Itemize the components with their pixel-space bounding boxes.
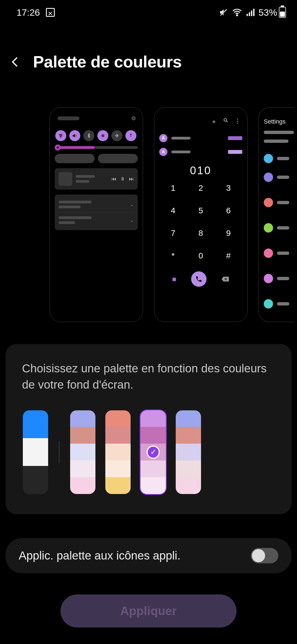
dialer-key: 8 (187, 228, 215, 238)
dialer-input: 010 (159, 164, 242, 177)
page-title: Palette de couleurs (33, 52, 182, 71)
avatar: A (159, 134, 167, 142)
check-icon: ✓ (147, 446, 160, 459)
svg-rect-4 (249, 12, 250, 16)
status-bar: 17:26 53% (0, 0, 297, 25)
palette-description: Choisissez une palette en fonction des c… (22, 361, 275, 393)
pause-icon: ⏸ (120, 176, 125, 182)
vertical-divider (59, 441, 59, 463)
vibrate-mute-icon (219, 8, 228, 17)
svg-line-11 (227, 121, 228, 122)
title-bar: Palette de couleurs (9, 52, 182, 71)
dialer-key: 2 (187, 183, 215, 193)
palette-panel: Choisissez une palette en fonction des c… (6, 344, 292, 514)
dialer-key: 6 (215, 206, 242, 215)
svg-point-9 (103, 135, 103, 136)
settings-list-item (264, 223, 289, 233)
next-icon: ⏭ (129, 176, 134, 182)
svg-point-7 (61, 137, 61, 137)
brightness-slider (55, 146, 138, 149)
wifi-icon (232, 7, 242, 17)
toggle-switch[interactable] (251, 548, 278, 563)
battery-indicator: 53% (258, 7, 286, 18)
svg-rect-5 (251, 10, 252, 16)
settings-list-item (264, 249, 289, 258)
apply-button[interactable]: Appliquer (61, 594, 237, 627)
preview-carousel[interactable]: ⚙ ✈ ⏮⏸⏭ ⌄ ⌄ ＋ (50, 107, 297, 328)
settings-title: Settings (264, 118, 289, 125)
prev-icon: ⏮ (111, 176, 116, 182)
video-call-icon: ■ (172, 275, 177, 283)
palette-swatch[interactable] (69, 410, 96, 495)
plus-icon: ＋ (211, 118, 217, 126)
settings-list-item (264, 173, 289, 182)
settings-list-item (264, 274, 289, 283)
palette-swatch[interactable] (22, 410, 49, 495)
chevron-down-icon: ⌄ (130, 217, 134, 223)
backspace-icon (221, 276, 229, 282)
battery-icon (279, 7, 286, 18)
dialer-key: # (215, 251, 242, 260)
chevron-down-icon: ⌄ (130, 201, 134, 208)
search-icon (223, 118, 229, 126)
dialer-key: 3 (215, 183, 242, 193)
back-icon[interactable] (9, 55, 22, 69)
dialer-key: 9 (215, 228, 242, 238)
palette-swatch[interactable] (175, 410, 202, 495)
preview-quick-panel: ⚙ ✈ ⏮⏸⏭ ⌄ ⌄ (50, 107, 143, 322)
location-toggle-icon (97, 130, 108, 141)
dialer-key: 0 (187, 251, 215, 260)
flashlight-toggle-icon (125, 130, 136, 141)
swatch-row: ✓ (22, 410, 275, 495)
bluetooth-toggle-icon (83, 130, 94, 141)
battery-percent: 53% (258, 7, 277, 18)
palette-swatch[interactable]: ✓ (140, 410, 167, 495)
gear-icon: ⚙ (131, 116, 136, 121)
call-button-icon (191, 271, 207, 287)
screenshot-indicator-icon (46, 8, 55, 17)
settings-list-item (264, 154, 289, 163)
svg-rect-3 (247, 14, 248, 16)
cell-signal-icon (246, 8, 255, 17)
apply-to-app-icons-row[interactable]: Applic. palette aux icônes appli. (6, 538, 292, 573)
preview-dialer: ＋ ⋮ A A 010 123456789*0# ■ (154, 107, 248, 322)
palette-swatch[interactable] (105, 410, 131, 495)
dialer-key: 7 (159, 228, 187, 238)
dialer-key: 1 (159, 183, 187, 193)
status-time: 17:26 (16, 7, 40, 18)
sound-toggle-icon (69, 130, 80, 141)
dialer-key: * (159, 251, 187, 260)
dialer-keypad: 123456789*0# (159, 183, 242, 260)
svg-point-10 (224, 118, 227, 121)
dialer-key: 4 (159, 206, 187, 215)
wifi-toggle-icon (55, 130, 66, 141)
media-widget: ⏮⏸⏭ (55, 168, 138, 190)
more-icon: ⋮ (235, 118, 241, 126)
svg-point-2 (237, 15, 238, 16)
svg-rect-6 (253, 9, 255, 16)
dialer-key: 5 (187, 206, 215, 215)
toggle-label: Applic. palette aux icônes appli. (19, 549, 180, 562)
settings-list-item (264, 299, 289, 309)
airplane-toggle-icon: ✈ (111, 130, 122, 141)
preview-settings: Settings (258, 107, 294, 322)
settings-list-item (264, 198, 289, 207)
avatar: A (159, 148, 167, 156)
